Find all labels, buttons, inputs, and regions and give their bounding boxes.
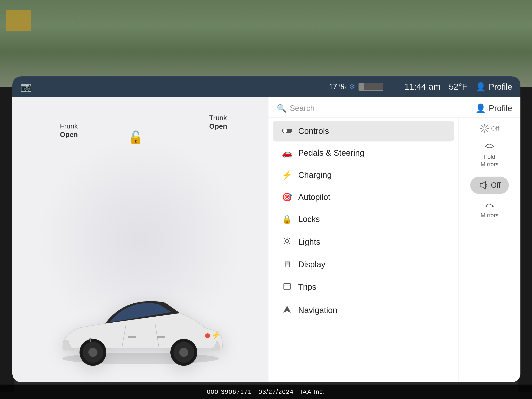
profile-label: Profile bbox=[489, 104, 512, 113]
background-signs bbox=[6, 10, 31, 31]
svg-line-24 bbox=[284, 243, 285, 244]
lights-off-label: Off bbox=[491, 125, 499, 132]
locks-label: Locks bbox=[298, 215, 320, 224]
horn-off-label: Off bbox=[491, 181, 500, 190]
svg-rect-10 bbox=[157, 336, 165, 338]
status-bar: 📷 17 % ❄ 11:44 am 52°F 👤 Profile bbox=[13, 76, 520, 97]
menu-item-display[interactable]: 🖥 Display bbox=[272, 254, 454, 275]
lights-label: Lights bbox=[298, 237, 320, 247]
display-label: Display bbox=[298, 260, 325, 269]
trunk-label-line2: Open bbox=[209, 122, 227, 131]
svg-line-22 bbox=[289, 243, 290, 244]
autopilot-icon: 🎯 bbox=[281, 192, 293, 202]
svg-text:⚡: ⚡ bbox=[212, 330, 221, 339]
mirrors-label: Mirrors bbox=[481, 212, 499, 219]
profile-icon: 👤 bbox=[475, 103, 486, 113]
menu-item-lights[interactable]: Lights bbox=[272, 231, 454, 253]
locks-icon: 🔒 bbox=[281, 214, 293, 224]
fold-mirrors-control[interactable]: FoldMirrors bbox=[463, 141, 516, 168]
menu-item-charging[interactable]: ⚡ Charging bbox=[272, 165, 454, 186]
fold-mirrors-icon bbox=[483, 141, 496, 152]
controls-panel-inner: Controls 🚗 Pedals & Steering ⚡ Charging bbox=[268, 118, 520, 382]
camera-icon[interactable]: 📷 bbox=[21, 81, 32, 92]
battery-section: 17 % ❄ bbox=[329, 82, 383, 91]
navigation-label: Navigation bbox=[298, 306, 337, 315]
trunk-label: Trunk Open bbox=[209, 114, 227, 131]
svg-line-21 bbox=[284, 238, 285, 239]
frunk-label: Frunk Open bbox=[60, 122, 78, 139]
lights-icon bbox=[281, 236, 293, 247]
svg-line-37 bbox=[486, 125, 488, 127]
status-temperature: 52°F bbox=[449, 82, 467, 92]
pedals-label: Pedals & Steering bbox=[298, 148, 364, 158]
car-silhouette: ⚡ T bbox=[48, 290, 233, 370]
menu-item-navigation[interactable]: Navigation bbox=[272, 299, 454, 322]
lock-icon: 🔓 bbox=[128, 130, 144, 145]
search-area[interactable]: 🔍 Search bbox=[277, 104, 475, 113]
menu-item-trips[interactable]: Trips bbox=[272, 276, 454, 298]
horn-off-button[interactable]: Off bbox=[470, 177, 509, 194]
profile-icon-top: 👤 bbox=[476, 82, 486, 92]
controls-label: Controls bbox=[298, 127, 329, 136]
svg-marker-29 bbox=[283, 306, 291, 313]
horn-icon bbox=[479, 181, 488, 190]
search-icon: 🔍 bbox=[277, 104, 286, 113]
side-controls: Off FoldMirrors bbox=[458, 118, 520, 382]
car-panel: Frunk Open Trunk Open 🔓 bbox=[13, 97, 268, 382]
profile-text-top: Profile bbox=[489, 82, 512, 91]
svg-point-3 bbox=[89, 348, 97, 357]
svg-line-36 bbox=[486, 130, 488, 132]
status-profile[interactable]: 👤 Profile bbox=[476, 82, 512, 92]
status-time: 11:44 am bbox=[404, 82, 441, 92]
menu-item-controls[interactable]: Controls bbox=[272, 120, 454, 141]
pedals-icon: 🚗 bbox=[281, 148, 293, 158]
menu-item-locks[interactable]: 🔒 Locks bbox=[272, 209, 454, 230]
status-divider bbox=[398, 81, 398, 93]
trunk-label-line1: Trunk bbox=[209, 114, 227, 122]
svg-point-16 bbox=[285, 239, 289, 243]
menu-item-autopilot[interactable]: 🎯 Autopilot bbox=[272, 186, 454, 208]
status-bar-left: 📷 bbox=[21, 81, 329, 92]
svg-text:T: T bbox=[89, 337, 92, 343]
svg-rect-9 bbox=[128, 336, 136, 338]
mirrors-adjust-control[interactable]: Mirrors bbox=[463, 202, 516, 219]
trips-icon bbox=[281, 281, 293, 292]
navigation-icon bbox=[281, 305, 293, 316]
svg-line-35 bbox=[481, 125, 483, 127]
watermark-text: 000-39067171 - 03/27/2024 - IAA Inc. bbox=[207, 388, 325, 395]
autopilot-label: Autopilot bbox=[298, 192, 330, 202]
charging-label: Charging bbox=[298, 170, 332, 180]
menu-list: Controls 🚗 Pedals & Steering ⚡ Charging bbox=[268, 118, 458, 382]
main-content: Frunk Open Trunk Open 🔓 bbox=[13, 97, 520, 382]
svg-point-30 bbox=[483, 127, 486, 130]
car-svg: ⚡ T bbox=[48, 290, 233, 369]
svg-line-23 bbox=[289, 238, 290, 239]
frost-icon: ❄ bbox=[349, 82, 355, 91]
tesla-screen-bezel: 📷 17 % ❄ 11:44 am 52°F 👤 Profile bbox=[13, 76, 520, 382]
tesla-screen: 📷 17 % ❄ 11:44 am 52°F 👤 Profile bbox=[13, 76, 520, 382]
lights-icon-row: Off bbox=[480, 124, 499, 133]
search-row: 🔍 Search 👤 Profile bbox=[268, 97, 520, 118]
lights-side-icon bbox=[480, 124, 489, 133]
svg-line-38 bbox=[481, 130, 483, 132]
controls-icon bbox=[281, 127, 293, 136]
display-icon: 🖥 bbox=[281, 260, 293, 269]
battery-percent: 17 % bbox=[329, 82, 346, 91]
mirrors-adjust-icon bbox=[484, 202, 495, 210]
svg-rect-25 bbox=[284, 284, 290, 289]
lights-off-control: Off bbox=[463, 124, 516, 133]
fold-mirrors-label: FoldMirrors bbox=[481, 153, 499, 168]
frunk-label-line2: Open bbox=[60, 130, 78, 139]
menu-column: Controls 🚗 Pedals & Steering ⚡ Charging bbox=[268, 118, 458, 382]
controls-panel: 🔍 Search 👤 Profile bbox=[268, 97, 520, 382]
svg-point-6 bbox=[179, 348, 188, 357]
profile-area[interactable]: 👤 Profile bbox=[475, 103, 512, 113]
svg-point-11 bbox=[205, 333, 210, 338]
search-placeholder: Search bbox=[290, 104, 315, 113]
watermark: 000-39067171 - 03/27/2024 - IAA Inc. bbox=[0, 385, 532, 399]
menu-item-pedals[interactable]: 🚗 Pedals & Steering bbox=[272, 142, 454, 164]
background-photo bbox=[0, 0, 532, 87]
frunk-label-line1: Frunk bbox=[60, 122, 78, 130]
battery-fill bbox=[359, 83, 364, 90]
svg-point-15 bbox=[283, 129, 287, 133]
